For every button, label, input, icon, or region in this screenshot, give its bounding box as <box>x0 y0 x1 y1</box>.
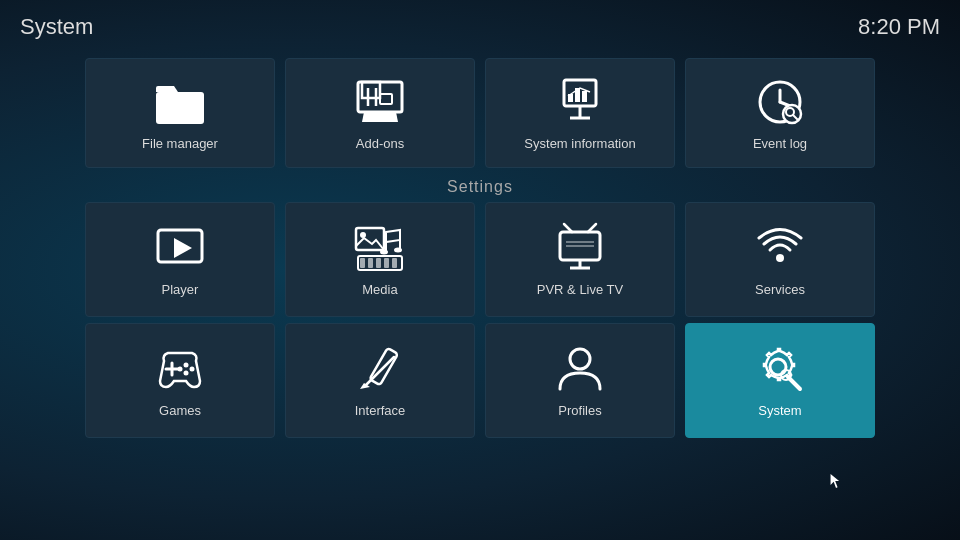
tile-system-information[interactable]: System information <box>485 58 675 168</box>
profiles-icon <box>554 343 606 395</box>
svg-point-39 <box>184 363 189 368</box>
svg-marker-16 <box>174 238 192 258</box>
media-icon <box>354 222 406 274</box>
tile-file-manager[interactable]: File manager <box>85 58 275 168</box>
tile-media[interactable]: Media <box>285 202 475 317</box>
svg-rect-2 <box>380 94 392 104</box>
svg-point-40 <box>190 367 195 372</box>
clock: 8:20 PM <box>858 14 940 40</box>
sysinfo-icon <box>554 76 606 128</box>
tile-games[interactable]: Games <box>85 323 275 438</box>
settings-row2: Games Interface Profiles <box>0 323 960 438</box>
tile-label: Add-ons <box>356 136 404 151</box>
svg-point-21 <box>380 250 388 255</box>
tile-services[interactable]: Services <box>685 202 875 317</box>
tile-label: PVR & Live TV <box>537 282 623 297</box>
eventlog-icon <box>754 76 806 128</box>
settings-row1: Player Medi <box>0 202 960 317</box>
settings-label: Settings <box>0 178 960 196</box>
tile-label: System information <box>524 136 635 151</box>
svg-rect-25 <box>368 258 373 268</box>
tile-profiles[interactable]: Profiles <box>485 323 675 438</box>
svg-rect-27 <box>384 258 389 268</box>
tile-label: Event log <box>753 136 807 151</box>
svg-point-42 <box>178 367 183 372</box>
svg-rect-28 <box>392 258 397 268</box>
tile-label: System <box>758 403 801 418</box>
tile-system[interactable]: System <box>685 323 875 438</box>
svg-rect-24 <box>360 258 365 268</box>
player-icon <box>154 222 206 274</box>
tile-label: Media <box>362 282 397 297</box>
tile-label: Profiles <box>558 403 601 418</box>
svg-rect-8 <box>582 91 587 102</box>
interface-icon <box>354 343 406 395</box>
folder-icon <box>154 76 206 128</box>
svg-rect-0 <box>156 92 204 124</box>
header: System 8:20 PM <box>0 0 960 54</box>
tile-label: Services <box>755 282 805 297</box>
tile-label: Interface <box>355 403 406 418</box>
addons-icon <box>354 76 406 128</box>
system-icon <box>754 343 806 395</box>
tile-interface[interactable]: Interface <box>285 323 475 438</box>
cursor <box>829 474 843 488</box>
tile-label: Player <box>162 282 199 297</box>
app-title: System <box>20 14 93 40</box>
tile-pvr-live-tv[interactable]: PVR & Live TV <box>485 202 675 317</box>
services-icon <box>754 222 806 274</box>
top-tiles-row: File manager Add-ons <box>0 58 960 168</box>
svg-point-41 <box>184 371 189 376</box>
svg-point-22 <box>394 248 402 253</box>
games-icon <box>154 343 206 395</box>
pvr-icon <box>554 222 606 274</box>
tile-event-log[interactable]: Event log <box>685 58 875 168</box>
tile-add-ons[interactable]: Add-ons <box>285 58 475 168</box>
svg-point-36 <box>776 254 784 262</box>
svg-point-47 <box>770 359 786 375</box>
tile-label: File manager <box>142 136 218 151</box>
svg-rect-26 <box>376 258 381 268</box>
tile-label: Games <box>159 403 201 418</box>
svg-point-46 <box>570 349 590 369</box>
tile-player[interactable]: Player <box>85 202 275 317</box>
svg-point-18 <box>360 232 366 238</box>
svg-rect-17 <box>356 228 384 250</box>
